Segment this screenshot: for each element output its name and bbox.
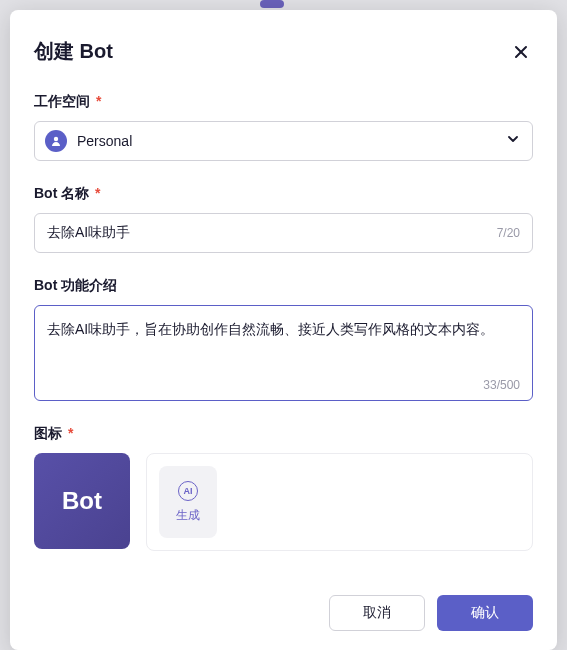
- icon-preview[interactable]: Bot: [34, 453, 130, 549]
- confirm-button[interactable]: 确认: [437, 595, 533, 631]
- cancel-button[interactable]: 取消: [329, 595, 425, 631]
- workspace-label: 工作空间 *: [34, 93, 533, 111]
- description-value: 去除AI味助手，旨在协助创作自然流畅、接近人类写作风格的文本内容。: [47, 318, 520, 340]
- person-icon: [45, 130, 67, 152]
- modal-footer: 取消 确认: [34, 575, 533, 631]
- required-mark: *: [96, 93, 101, 109]
- required-mark: *: [68, 425, 73, 441]
- close-button[interactable]: [509, 40, 533, 64]
- icon-label: 图标 *: [34, 425, 533, 443]
- icon-group: 图标 * Bot AI 生成: [34, 425, 533, 551]
- bot-name-input[interactable]: 去除AI味助手 7/20: [34, 213, 533, 253]
- description-textarea[interactable]: 去除AI味助手，旨在协助创作自然流畅、接近人类写作风格的文本内容。 33/500: [34, 305, 533, 401]
- generate-icon-button[interactable]: AI 生成: [159, 466, 217, 538]
- description-char-count: 33/500: [483, 378, 520, 392]
- ai-icon: AI: [178, 481, 198, 501]
- modal-header: 创建 Bot: [34, 38, 533, 65]
- icon-row: Bot AI 生成: [34, 453, 533, 551]
- close-icon: [513, 44, 529, 60]
- workspace-group: 工作空间 * Personal: [34, 93, 533, 161]
- icon-preview-text: Bot: [62, 487, 102, 515]
- backdrop-hint: [260, 0, 284, 8]
- description-group: Bot 功能介绍 去除AI味助手，旨在协助创作自然流畅、接近人类写作风格的文本内…: [34, 277, 533, 401]
- create-bot-modal: 创建 Bot 工作空间 * Personal Bot 名称 * 去除AI味助手 …: [10, 10, 557, 650]
- workspace-select[interactable]: Personal: [34, 121, 533, 161]
- chevron-down-icon: [506, 132, 520, 150]
- workspace-value: Personal: [77, 133, 132, 149]
- bot-name-group: Bot 名称 * 去除AI味助手 7/20: [34, 185, 533, 253]
- bot-name-value: 去除AI味助手: [47, 224, 472, 242]
- required-mark: *: [95, 185, 100, 201]
- bot-name-label: Bot 名称 *: [34, 185, 533, 203]
- generate-label: 生成: [176, 507, 200, 524]
- description-label: Bot 功能介绍: [34, 277, 533, 295]
- icon-options: AI 生成: [146, 453, 533, 551]
- svg-point-2: [54, 137, 58, 141]
- bot-name-char-count: 7/20: [497, 226, 520, 240]
- modal-title: 创建 Bot: [34, 38, 113, 65]
